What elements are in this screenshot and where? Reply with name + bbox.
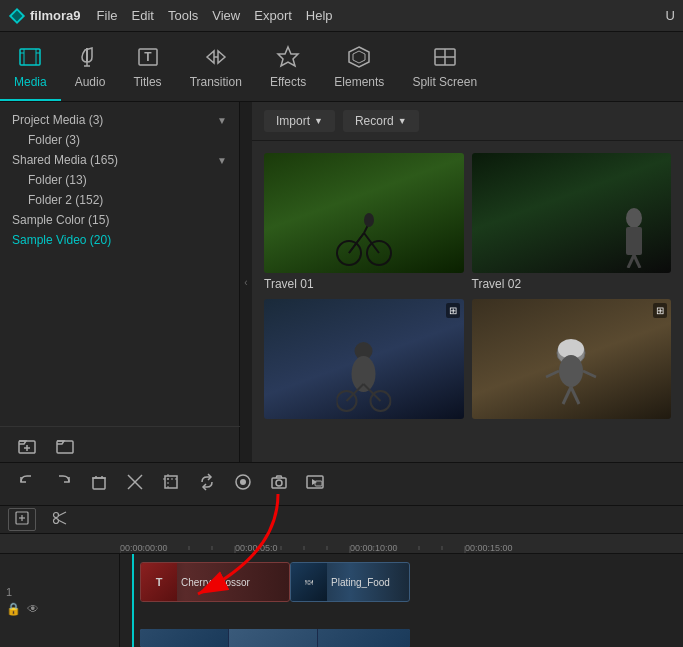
menu-export[interactable]: Export [254,8,292,23]
svg-line-37 [571,387,579,404]
tab-titles[interactable]: T Titles [119,32,175,101]
scissor-tool[interactable] [48,508,72,531]
svg-line-25 [628,255,634,268]
toolbar-tabs: Media Audio T Titles Transi [0,32,683,102]
clip-thumbnail-cherry: T [141,563,177,601]
splitscreen-icon [431,43,459,71]
grid-icon-3: ⊞ [446,303,460,318]
svg-rect-46 [165,476,177,488]
tree-item-sample-video[interactable]: Sample Video (20) [0,230,239,250]
svg-line-62 [58,520,66,524]
svg-point-35 [559,355,583,387]
media-item-travel02[interactable]: Travel 02 [472,153,672,291]
tree-item-sample-color[interactable]: Sample Color (15) [0,210,239,230]
tree-item-shared-media[interactable]: Shared Media (165) ▼ [0,150,239,170]
lock-icon[interactable]: 🔒 [6,602,21,616]
cut-button[interactable] [120,469,150,499]
tree-arrow-project: ▼ [217,115,227,126]
record-button[interactable]: Record ▼ [343,110,419,132]
svg-marker-8 [353,51,365,63]
tree-item-project-media[interactable]: Project Media (3) ▼ [0,110,239,130]
add-track-button[interactable] [8,508,36,531]
thumbnail-travel02 [472,153,672,273]
menu-tools[interactable]: Tools [168,8,198,23]
media-grid: Travel 01 Travel 02 [252,141,683,435]
menu-help[interactable]: Help [306,8,333,23]
track-number: 1 [6,586,113,598]
open-folder-button[interactable] [50,433,80,462]
media-item-travel01[interactable]: Travel 01 [264,153,464,291]
svg-line-26 [634,255,640,268]
elements-icon [345,43,373,71]
tab-media[interactable]: Media [0,32,61,101]
svg-line-61 [58,512,66,516]
clip-label-cherry: Cherry_Blossor [177,577,254,588]
tab-audio[interactable]: Audio [61,32,120,101]
tab-effects-label: Effects [270,75,306,89]
tab-splitscreen[interactable]: Split Screen [398,32,491,101]
tree-item-folder-2[interactable]: Folder (13) [0,170,239,190]
panel-collapse-handle[interactable]: ‹ [240,102,252,462]
app-logo-icon [8,7,26,25]
app-logo: filmora9 [8,7,81,25]
tab-transition-label: Transition [190,75,242,89]
svg-point-60 [54,519,59,524]
clip-label-plating: Plating_Food [327,577,394,588]
timeline: 00:00:00:00 00:00:05:0 00:00:10:00 00:00… [0,506,683,647]
color-button[interactable] [228,469,258,499]
rotate-button[interactable] [192,469,222,499]
menu-file[interactable]: File [97,8,118,23]
tab-effects[interactable]: Effects [256,32,320,101]
import-button[interactable]: Import ▼ [264,110,335,132]
ruler-track: 00:00:00:00 00:00:05:0 00:00:10:00 00:00… [120,534,683,553]
media-item-3[interactable]: ⊞ [264,299,464,423]
snapshot-button[interactable] [264,469,294,499]
tab-audio-label: Audio [75,75,106,89]
clip-cherry-blossom[interactable]: T Cherry_Blossor [140,562,290,602]
delete-button[interactable] [84,469,114,499]
video-strip [140,629,410,647]
svg-rect-24 [626,227,642,255]
titles-icon: T [134,43,162,71]
media-label-travel01: Travel 01 [264,277,464,291]
thumbnail-4: ⊞ [472,299,672,419]
timeline-header [0,506,683,534]
clip-plating-food[interactable]: 🍽 Plating_Food [290,562,410,602]
clip-thumbnail-plating: 🍽 [291,563,327,601]
menu-edit[interactable]: Edit [132,8,154,23]
crop-button[interactable] [156,469,186,499]
pip-button[interactable] [300,469,330,499]
effects-icon [274,43,302,71]
undo-button[interactable] [12,469,42,499]
svg-line-20 [349,233,364,253]
tab-transition[interactable]: Transition [176,32,256,101]
new-folder-button[interactable] [12,433,42,462]
tab-titles-label: Titles [133,75,161,89]
record-dropdown-arrow: ▼ [398,116,407,126]
playhead [132,554,134,647]
track-label-area: 1 🔒 👁 [0,554,120,647]
thumbnail-travel01 [264,153,464,273]
tree-item-folder-1[interactable]: Folder (3) [0,130,239,150]
track-area[interactable]: T Cherry_Blossor 🍽 Plating_Food [120,554,683,647]
media-item-4[interactable]: ⊞ [472,299,672,423]
main-area: Project Media (3) ▼ Folder (3) Shared Me… [0,102,683,462]
redo-button[interactable] [48,469,78,499]
transition-icon [202,43,230,71]
svg-text:T: T [144,50,152,64]
svg-point-22 [364,213,374,227]
visibility-icon[interactable]: 👁 [27,602,39,616]
tab-media-label: Media [14,75,47,89]
left-panel: Project Media (3) ▼ Folder (3) Shared Me… [0,102,240,462]
timeline-content: 1 🔒 👁 T Cherry_Blossor 🍽 Plating_Food [0,554,683,647]
thumbnail-3: ⊞ [264,299,464,419]
tree-item-folder-3[interactable]: Folder 2 (152) [0,190,239,210]
tab-elements[interactable]: Elements [320,32,398,101]
svg-rect-15 [57,441,73,453]
tree-arrow-shared: ▼ [217,155,227,166]
media-label-travel02: Travel 02 [472,277,672,291]
svg-rect-2 [20,49,40,65]
grid-icon-4: ⊞ [653,303,667,318]
tab-splitscreen-label: Split Screen [412,75,477,89]
menu-view[interactable]: View [212,8,240,23]
